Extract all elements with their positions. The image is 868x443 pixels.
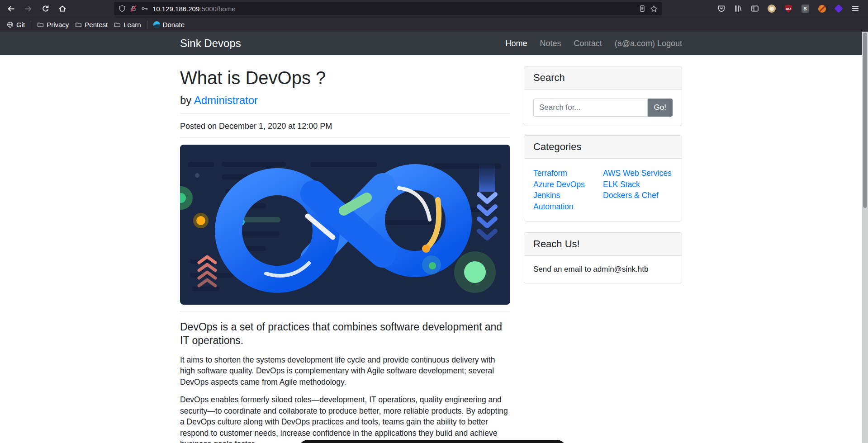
lead-paragraph: DevOps is a set of practices that combin… <box>180 320 510 348</box>
foxyproxy-extension-icon[interactable] <box>817 4 826 13</box>
ublock-extension-icon[interactable]: uO <box>784 4 793 13</box>
category-link-terraform[interactable]: Terraform <box>533 168 603 179</box>
sidebar: Search Go! Categories Terraform <box>524 55 682 443</box>
category-link-elk-stack[interactable]: ELK Stack <box>603 179 673 190</box>
gem-extension-icon[interactable] <box>834 4 843 13</box>
tracking-protection-shield-icon[interactable] <box>119 5 126 12</box>
category-link-dockers-chef[interactable]: Dockers & Chef <box>603 190 673 201</box>
bookmark-donate[interactable]: Donate <box>150 19 188 30</box>
url-text: 10.129.186.209:5000/home <box>152 5 236 13</box>
reach-us-card: Reach Us! Send an email to admin@sink.ht… <box>524 232 682 283</box>
divider <box>180 137 510 138</box>
browser-toolbar: 10.129.186.209:5000/home uO S <box>0 0 868 17</box>
categories-card: Categories Terraform Azure DevOps Jenkin… <box>524 135 682 222</box>
search-card-title: Search <box>524 66 682 90</box>
search-input[interactable] <box>533 99 648 117</box>
s-extension-icon[interactable]: S <box>801 4 810 13</box>
folder-icon <box>75 21 82 28</box>
folder-icon <box>37 21 44 28</box>
nav-link-contact[interactable]: Contact <box>574 39 602 48</box>
hero-image <box>180 145 510 305</box>
author-link[interactable]: Administrator <box>194 94 258 106</box>
bookmark-folder-pentest[interactable]: Pentest <box>72 19 111 30</box>
search-go-button[interactable]: Go! <box>648 99 673 117</box>
categories-card-title: Categories <box>524 136 682 159</box>
category-link-azure-devops[interactable]: Azure DevOps <box>533 179 603 190</box>
home-button[interactable] <box>56 2 69 15</box>
site-brand[interactable]: Sink Devops <box>180 37 241 50</box>
bookmark-separator <box>31 21 31 29</box>
contact-email-text: Send an email to admin@sink.htb <box>533 265 648 273</box>
browser-window: 10.129.186.209:5000/home uO S <box>0 0 868 443</box>
site-navbar: Sink Devops Home Notes Contact (a@a.com)… <box>0 32 862 55</box>
reload-button[interactable] <box>39 2 52 15</box>
hamster-extension-icon[interactable] <box>767 4 776 13</box>
byline: by Administrator <box>180 94 510 107</box>
pocket-icon[interactable] <box>717 4 726 13</box>
scrollbar[interactable] <box>862 32 868 443</box>
bookmark-separator <box>147 21 147 29</box>
bookmarks-toolbar: Git Privacy Pentest Learn Donate <box>0 17 868 32</box>
paragraph: DevOps enables formerly siloed roles—dev… <box>180 394 510 443</box>
globe-icon <box>7 21 14 28</box>
page-title: What is DevOps ? <box>180 67 510 89</box>
bookmark-folder-privacy[interactable]: Privacy <box>34 19 72 30</box>
sidebar-toggle-icon[interactable] <box>750 4 759 13</box>
category-link-jenkins[interactable]: Jenkins <box>533 190 603 201</box>
folder-icon <box>114 21 121 28</box>
search-card: Search Go! <box>524 66 682 126</box>
bookmark-star-icon[interactable] <box>650 5 658 13</box>
reach-us-card-title: Reach Us! <box>524 233 682 256</box>
back-button[interactable] <box>5 2 17 15</box>
menu-icon[interactable] <box>851 4 860 13</box>
reader-mode-icon[interactable] <box>639 5 646 12</box>
nav-link-logout[interactable]: (a@a.com) Logout <box>615 39 682 48</box>
key-icon[interactable] <box>141 5 148 12</box>
bookmark-git[interactable]: Git <box>4 19 28 30</box>
divider <box>180 311 510 311</box>
bookmark-folder-learn[interactable]: Learn <box>111 19 144 30</box>
insecure-lock-icon[interactable] <box>130 5 137 12</box>
nav-link-home[interactable]: Home <box>506 39 527 48</box>
blog-post: What is DevOps ? by Administrator Posted… <box>180 55 510 443</box>
next-image-clipped-top <box>299 440 566 443</box>
category-link-automation[interactable]: Automation <box>533 201 603 212</box>
scrollbar-thumb[interactable] <box>863 33 867 208</box>
post-date: Posted on December 1, 2020 at 12:00 PM <box>180 122 510 131</box>
category-link-aws-web-services[interactable]: AWS Web Services <box>603 168 673 179</box>
page-viewport: Sink Devops Home Notes Contact (a@a.com)… <box>0 32 868 443</box>
nav-link-notes[interactable]: Notes <box>540 39 561 48</box>
divider <box>180 113 510 113</box>
library-icon[interactable] <box>734 4 743 13</box>
url-bar[interactable]: 10.129.186.209:5000/home <box>114 2 662 15</box>
sphere-icon <box>153 21 160 28</box>
forward-button[interactable] <box>22 2 34 15</box>
paragraph: It aims to shorten the systems developme… <box>180 354 510 388</box>
